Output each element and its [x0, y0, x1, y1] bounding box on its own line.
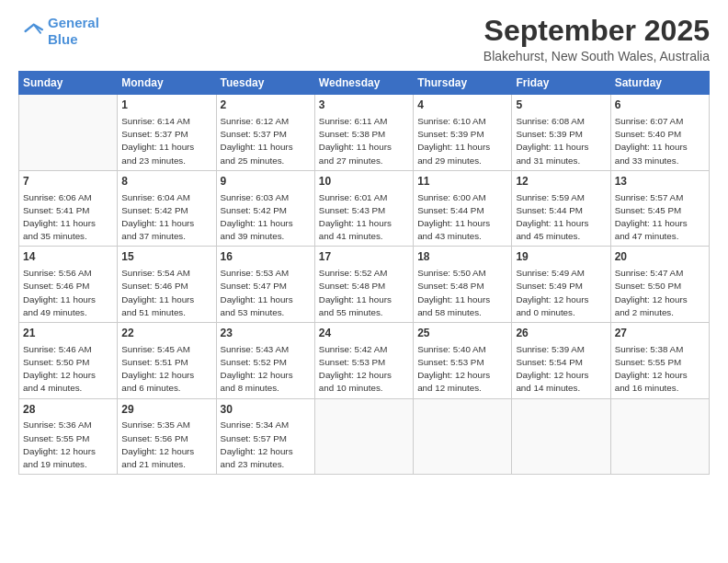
day-number: 23	[221, 326, 311, 341]
calendar-cell: 7Sunrise: 6:06 AM Sunset: 5:41 PM Daylig…	[19, 170, 118, 247]
logo: General Blue	[18, 15, 99, 48]
day-header-friday: Friday	[512, 72, 610, 95]
day-header-thursday: Thursday	[414, 72, 512, 95]
day-number: 2	[221, 98, 311, 113]
page: General Blue September 2025 Blakehurst, …	[0, 0, 728, 484]
day-number: 10	[319, 174, 409, 190]
day-number: 18	[417, 249, 507, 265]
day-number: 26	[516, 326, 606, 341]
calendar-cell: 18Sunrise: 5:50 AM Sunset: 5:48 PM Dayli…	[414, 247, 512, 323]
location: Blakehurst, New South Wales, Australia	[483, 49, 710, 63]
calendar-cell: 25Sunrise: 5:40 AM Sunset: 5:53 PM Dayli…	[414, 323, 512, 399]
calendar-cell: 20Sunrise: 5:47 AM Sunset: 5:50 PM Dayli…	[610, 247, 709, 323]
day-number: 24	[319, 326, 409, 341]
calendar-table: SundayMondayTuesdayWednesdayThursdayFrid…	[18, 71, 710, 475]
day-number: 13	[615, 174, 705, 190]
cell-info: Sunrise: 5:54 AM Sunset: 5:46 PM Dayligh…	[121, 267, 211, 319]
cell-info: Sunrise: 6:00 AM Sunset: 5:44 PM Dayligh…	[417, 191, 507, 244]
calendar-cell: 28Sunrise: 5:36 AM Sunset: 5:55 PM Dayli…	[19, 398, 118, 475]
calendar-cell: 11Sunrise: 6:00 AM Sunset: 5:44 PM Dayli…	[414, 170, 512, 247]
calendar-cell: 21Sunrise: 5:46 AM Sunset: 5:50 PM Dayli…	[19, 323, 118, 399]
day-number: 9	[221, 174, 311, 190]
week-row-3: 21Sunrise: 5:46 AM Sunset: 5:50 PM Dayli…	[19, 323, 710, 399]
cell-info: Sunrise: 5:56 AM Sunset: 5:46 PM Dayligh…	[23, 267, 113, 319]
calendar-cell: 19Sunrise: 5:49 AM Sunset: 5:49 PM Dayli…	[512, 247, 610, 323]
day-number: 19	[516, 249, 606, 265]
day-number: 7	[23, 174, 113, 190]
header-row: SundayMondayTuesdayWednesdayThursdayFrid…	[19, 72, 710, 95]
calendar-cell: 8Sunrise: 6:04 AM Sunset: 5:42 PM Daylig…	[118, 170, 216, 247]
cell-info: Sunrise: 6:10 AM Sunset: 5:39 PM Dayligh…	[417, 115, 507, 167]
day-number: 17	[319, 249, 409, 265]
calendar-cell: 14Sunrise: 5:56 AM Sunset: 5:46 PM Dayli…	[19, 247, 118, 323]
day-number: 29	[121, 402, 211, 418]
cell-info: Sunrise: 6:14 AM Sunset: 5:37 PM Dayligh…	[121, 115, 211, 167]
day-number: 20	[615, 249, 705, 265]
calendar-cell: 30Sunrise: 5:34 AM Sunset: 5:57 PM Dayli…	[216, 398, 314, 475]
calendar-cell: 5Sunrise: 6:08 AM Sunset: 5:39 PM Daylig…	[512, 95, 610, 171]
cell-info: Sunrise: 5:50 AM Sunset: 5:48 PM Dayligh…	[417, 267, 507, 319]
calendar-cell	[610, 398, 709, 475]
day-number: 3	[319, 98, 409, 113]
day-number: 8	[121, 174, 211, 190]
calendar-cell: 22Sunrise: 5:45 AM Sunset: 5:51 PM Dayli…	[118, 323, 216, 399]
cell-info: Sunrise: 5:39 AM Sunset: 5:54 PM Dayligh…	[516, 343, 606, 396]
day-number: 5	[516, 98, 606, 113]
calendar-cell: 2Sunrise: 6:12 AM Sunset: 5:37 PM Daylig…	[216, 95, 314, 171]
cell-info: Sunrise: 6:12 AM Sunset: 5:37 PM Dayligh…	[221, 115, 311, 167]
cell-info: Sunrise: 5:43 AM Sunset: 5:52 PM Dayligh…	[221, 343, 311, 396]
day-number: 16	[221, 249, 311, 265]
calendar-cell: 23Sunrise: 5:43 AM Sunset: 5:52 PM Dayli…	[216, 323, 314, 399]
cell-info: Sunrise: 5:38 AM Sunset: 5:55 PM Dayligh…	[615, 343, 705, 396]
cell-info: Sunrise: 5:40 AM Sunset: 5:53 PM Dayligh…	[417, 343, 507, 396]
calendar-cell: 1Sunrise: 6:14 AM Sunset: 5:37 PM Daylig…	[118, 95, 216, 171]
cell-info: Sunrise: 6:08 AM Sunset: 5:39 PM Dayligh…	[516, 115, 606, 167]
calendar-cell	[512, 398, 610, 475]
cell-info: Sunrise: 5:47 AM Sunset: 5:50 PM Dayligh…	[615, 267, 705, 319]
day-header-wednesday: Wednesday	[314, 72, 413, 95]
cell-info: Sunrise: 6:07 AM Sunset: 5:40 PM Dayligh…	[615, 115, 705, 167]
calendar-cell	[414, 398, 512, 475]
header: General Blue September 2025 Blakehurst, …	[18, 15, 710, 63]
cell-info: Sunrise: 6:04 AM Sunset: 5:42 PM Dayligh…	[121, 191, 211, 244]
calendar-cell: 10Sunrise: 6:01 AM Sunset: 5:43 PM Dayli…	[314, 170, 413, 247]
day-number: 15	[121, 249, 211, 265]
calendar-cell: 12Sunrise: 5:59 AM Sunset: 5:44 PM Dayli…	[512, 170, 610, 247]
week-row-4: 28Sunrise: 5:36 AM Sunset: 5:55 PM Dayli…	[19, 398, 710, 475]
cell-info: Sunrise: 5:36 AM Sunset: 5:55 PM Dayligh…	[23, 419, 113, 471]
week-row-2: 14Sunrise: 5:56 AM Sunset: 5:46 PM Dayli…	[19, 247, 710, 323]
logo-text: General Blue	[48, 15, 99, 48]
calendar-cell: 17Sunrise: 5:52 AM Sunset: 5:48 PM Dayli…	[314, 247, 413, 323]
day-number: 22	[121, 326, 211, 341]
cell-info: Sunrise: 5:49 AM Sunset: 5:49 PM Dayligh…	[516, 267, 606, 319]
day-number: 30	[221, 402, 311, 418]
day-number: 4	[417, 98, 507, 113]
day-number: 12	[516, 174, 606, 190]
day-header-saturday: Saturday	[610, 72, 709, 95]
month-title: September 2025	[483, 15, 710, 47]
logo-icon	[18, 21, 44, 41]
day-number: 28	[23, 402, 113, 418]
calendar-cell	[19, 95, 118, 171]
cell-info: Sunrise: 6:03 AM Sunset: 5:42 PM Dayligh…	[221, 191, 311, 244]
week-row-0: 1Sunrise: 6:14 AM Sunset: 5:37 PM Daylig…	[19, 95, 710, 171]
day-number: 1	[121, 98, 211, 113]
day-number: 11	[417, 174, 507, 190]
cell-info: Sunrise: 5:42 AM Sunset: 5:53 PM Dayligh…	[319, 343, 409, 396]
day-number: 14	[23, 249, 113, 265]
calendar-cell: 26Sunrise: 5:39 AM Sunset: 5:54 PM Dayli…	[512, 323, 610, 399]
day-header-tuesday: Tuesday	[216, 72, 314, 95]
cell-info: Sunrise: 5:53 AM Sunset: 5:47 PM Dayligh…	[221, 267, 311, 319]
cell-info: Sunrise: 5:35 AM Sunset: 5:56 PM Dayligh…	[121, 419, 211, 471]
cell-info: Sunrise: 6:06 AM Sunset: 5:41 PM Dayligh…	[23, 191, 113, 244]
day-number: 27	[615, 326, 705, 341]
calendar-cell: 29Sunrise: 5:35 AM Sunset: 5:56 PM Dayli…	[118, 398, 216, 475]
cell-info: Sunrise: 5:57 AM Sunset: 5:45 PM Dayligh…	[615, 191, 705, 244]
day-header-monday: Monday	[118, 72, 216, 95]
calendar-cell: 16Sunrise: 5:53 AM Sunset: 5:47 PM Dayli…	[216, 247, 314, 323]
calendar-cell: 27Sunrise: 5:38 AM Sunset: 5:55 PM Dayli…	[610, 323, 709, 399]
week-row-1: 7Sunrise: 6:06 AM Sunset: 5:41 PM Daylig…	[19, 170, 710, 247]
cell-info: Sunrise: 5:52 AM Sunset: 5:48 PM Dayligh…	[319, 267, 409, 319]
day-number: 25	[417, 326, 507, 341]
calendar-cell: 15Sunrise: 5:54 AM Sunset: 5:46 PM Dayli…	[118, 247, 216, 323]
